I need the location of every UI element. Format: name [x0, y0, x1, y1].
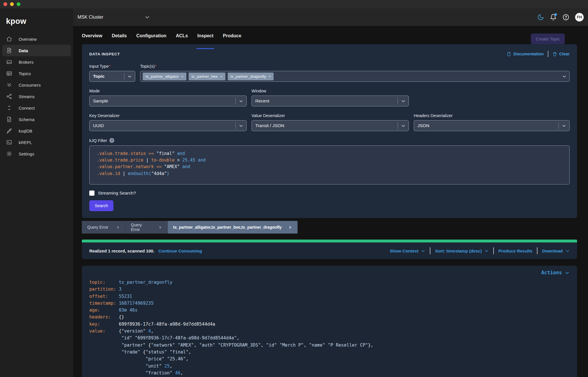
sidebar-item-schema[interactable]: Schema [2, 114, 71, 125]
panel-title: DATA INSPECT [89, 52, 120, 56]
sidebar-item-data[interactable]: Data [2, 45, 71, 56]
query-tab[interactable]: Query Errorx [125, 221, 168, 234]
sidebar-item-settings[interactable]: Settings [2, 148, 71, 160]
record-line: key: 699f8936-17c7-48fa-a98d-9d7dd8544d4… [89, 321, 570, 328]
sidebar-item-overview[interactable]: Overview [2, 33, 71, 45]
query-tab-label: Query Error [131, 223, 152, 232]
download-dropdown[interactable]: Download [542, 248, 570, 253]
window-select[interactable]: Recent [252, 96, 409, 106]
search-button[interactable]: Search [89, 200, 113, 211]
dark-mode-toggle[interactable] [537, 14, 544, 21]
sidebar-item-brokers[interactable]: Brokers [2, 56, 71, 68]
divider [537, 247, 537, 254]
sidebar-item-streams[interactable]: Streams [2, 91, 71, 102]
drive-icon [6, 59, 12, 65]
topics-multiselect[interactable]: tx_partner_alligator×tx_partner_bee×tx_p… [140, 71, 570, 82]
actions-dropdown[interactable]: Actions [541, 270, 570, 275]
avatar[interactable]: FH [575, 13, 584, 22]
sidebar-item-connect[interactable]: Connect [2, 102, 71, 114]
remove-tag-icon[interactable]: × [220, 74, 223, 79]
tab-produce[interactable]: Produce [223, 33, 241, 44]
input-type-select[interactable]: Topic [89, 71, 135, 82]
mode-field: Mode Sample [89, 89, 247, 106]
headers-deserializer-select[interactable]: JSON [414, 120, 570, 131]
remove-tag-icon[interactable]: × [181, 74, 184, 79]
progress-bar [82, 240, 577, 242]
tab-inspect[interactable]: Inspect [197, 33, 213, 44]
record-line: partition: 3 [89, 286, 570, 293]
show-context-dropdown[interactable]: Show Context [390, 248, 425, 253]
rocket-icon [6, 128, 12, 134]
sidebar-item-label: Settings [19, 151, 34, 156]
help-button[interactable] [562, 14, 569, 21]
key-deserializer-select[interactable]: UUID [89, 120, 247, 131]
topic-tag: tx_partner_bee× [189, 73, 225, 80]
zoom-window-button[interactable] [17, 2, 20, 6]
chevron-down-icon [401, 124, 405, 128]
streaming-search-checkbox[interactable] [89, 191, 94, 196]
sidebar-item-label: Consumers [19, 83, 41, 88]
mode-select[interactable]: Sample [89, 96, 247, 106]
kpow-logo: kpow [0, 8, 73, 26]
sidebar-item-krepl[interactable]: kREPL [2, 137, 71, 148]
tab-configuration[interactable]: Configuration [136, 33, 167, 44]
chevron-down-icon [565, 249, 570, 253]
topic-tag: tx_partner_dragonfly× [228, 73, 274, 80]
value-deserializer-select[interactable]: Transit / JSON [252, 120, 409, 131]
record-line: "partner" {"network" "AMEX", "auth" "CRY… [89, 342, 570, 349]
document-icon [6, 116, 12, 123]
record-line: age: 03m 46s [89, 307, 570, 314]
sidebar-item-label: Data [19, 48, 28, 53]
header-actions: FH [537, 13, 588, 22]
close-window-button[interactable] [3, 2, 7, 6]
app-window: kpow OverviewDataBrokersTopicsConsumersS… [0, 0, 588, 377]
home-icon [6, 36, 12, 42]
tab-overview[interactable]: Overview [82, 33, 102, 44]
remove-tag-icon[interactable]: × [268, 74, 271, 79]
record-line: headers: {} [89, 314, 570, 320]
required-asterisk: * [155, 64, 157, 69]
share-icon [6, 93, 12, 100]
tab-acls[interactable]: ACLs [176, 33, 188, 44]
sidebar-item-consumers[interactable]: Consumers [2, 79, 71, 91]
clear-button[interactable]: Clear [552, 52, 570, 57]
record-line: "unit" 25, [89, 363, 570, 370]
sidebar-nav: OverviewDataBrokersTopicsConsumersStream… [0, 33, 73, 160]
divider [493, 247, 494, 254]
tab-details[interactable]: Details [112, 33, 127, 44]
window-field: Window Recent [252, 89, 409, 106]
trash-icon [552, 52, 557, 57]
record-line: offset: 55231 [89, 293, 570, 300]
table-icon [6, 70, 12, 77]
key-deserializer-field: Key Deserializer UUID [89, 113, 247, 131]
chevron-down-icon [145, 15, 150, 20]
cluster-selector[interactable]: MSK Cluster [78, 15, 150, 20]
sort-dropdown[interactable]: Sort: timestamp (desc) [435, 248, 489, 253]
create-topic-button[interactable]: Create Topic [531, 34, 565, 44]
query-result-tabs: Query ErrorxQuery Errorxtx_partner_allig… [82, 221, 577, 234]
terminal-icon [6, 139, 12, 145]
input-type-field: Input Type* Topic [89, 64, 135, 82]
value-deserializer-field: Value Deserializer Transit / JSON [252, 113, 409, 131]
notifications-button[interactable] [550, 14, 557, 21]
continue-consuming-link[interactable]: Continue Consuming [158, 248, 202, 253]
record-line: "id" "699f8936-17c7-48fa-a98d-9d7dd8544d… [89, 335, 570, 341]
kjq-filter-editor[interactable]: .value.trade.status == "final" and.value… [89, 145, 570, 184]
close-tab-icon[interactable]: x [289, 225, 291, 229]
minimize-window-button[interactable] [10, 2, 14, 6]
streaming-search-label: Streaming Search? [98, 191, 136, 196]
query-tab[interactable]: tx_partner_alligator,tx_partner_bee,tx_p… [168, 221, 298, 234]
close-tab-icon[interactable]: x [159, 225, 161, 229]
record-line: "price" "25.46", [89, 355, 570, 362]
topics-field: Topic(s)* tx_partner_alligator×tx_partne… [140, 64, 570, 82]
sidebar-item-topics[interactable]: Topics [2, 68, 71, 79]
documentation-link[interactable]: Documentation [506, 52, 544, 57]
moon-icon [537, 14, 544, 21]
close-tab-icon[interactable]: x [117, 225, 119, 229]
help-circle-icon[interactable]: ? [109, 138, 114, 143]
query-tab[interactable]: Query Errorx [82, 221, 125, 234]
record-panel: Actions topic: tx_partner_dragonflyparti… [82, 266, 577, 377]
produce-results-link[interactable]: Produce Results [498, 248, 532, 253]
file-search-icon [6, 47, 12, 54]
sidebar-item-ksqldb[interactable]: ksqlDB [2, 125, 71, 137]
